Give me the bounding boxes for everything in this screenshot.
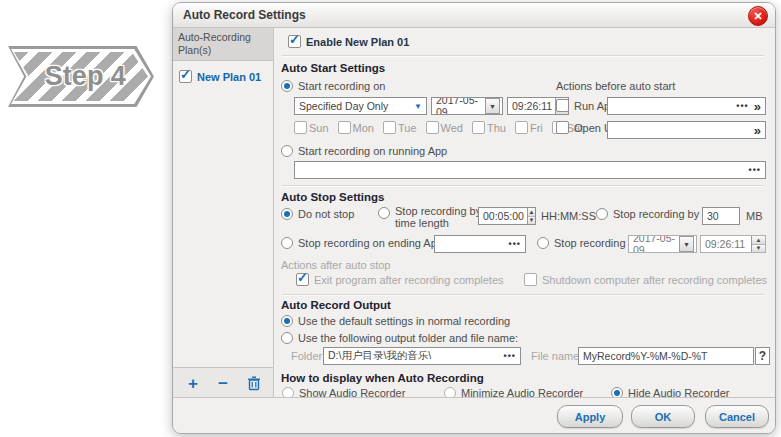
chevron-down-icon: ▼: [683, 241, 690, 248]
file-name-value: MyRecord%Y-%M-%D-%T: [583, 350, 749, 362]
mon-checkbox[interactable]: [338, 121, 351, 134]
fri-label: Fri: [530, 122, 543, 134]
close-icon: ✕: [753, 11, 762, 22]
folder-label: Folder:: [291, 350, 325, 362]
delete-plan-button[interactable]: [247, 376, 261, 391]
plan-checkbox[interactable]: ✓: [179, 70, 192, 83]
size-input[interactable]: 30: [702, 207, 740, 225]
fri-checkbox[interactable]: [515, 121, 528, 134]
sidebar-toolbar: + −: [173, 367, 273, 398]
time-length-spinner[interactable]: 00:05:00 ▲ ▼: [478, 207, 536, 225]
trash-icon: [247, 376, 261, 391]
spin-down-icon[interactable]: ▼: [752, 244, 765, 253]
time-format-label: HH:MM:SS: [541, 210, 596, 222]
stop-date-picker[interactable]: 2017-05-09 ▼: [628, 235, 697, 253]
ok-button[interactable]: OK: [631, 405, 695, 428]
check-icon: ✓: [180, 67, 191, 82]
dialog-footer: Apply OK Cancel: [173, 397, 775, 433]
start-recording-on-radio[interactable]: [281, 80, 293, 92]
custom-output-label: Use the following output folder and file…: [298, 332, 518, 344]
help-icon: ?: [759, 349, 766, 363]
thu-checkbox[interactable]: [472, 121, 485, 134]
stop-on-ending-app-label: Stop recording on ending App: [298, 237, 443, 249]
stop-on-ending-app-radio[interactable]: [281, 237, 293, 249]
exit-program-row: ✓ Exit program after recording completes: [296, 273, 504, 286]
folder-input[interactable]: D:\用户目录\我的音乐\ •••: [323, 347, 521, 365]
add-plan-button[interactable]: +: [188, 375, 198, 392]
run-app-checkbox[interactable]: [556, 99, 569, 112]
shutdown-row: Shutdown computer after recording comple…: [524, 273, 767, 286]
folder-label-row: Folder:: [291, 350, 325, 362]
spin-up-icon[interactable]: ▲: [528, 208, 535, 216]
check-icon: ✓: [289, 32, 300, 47]
time-spinner-buttons[interactable]: ▲ ▼: [751, 236, 765, 252]
mon-label: Mon: [353, 122, 374, 134]
remove-plan-button[interactable]: −: [218, 375, 228, 392]
tue-checkbox[interactable]: [383, 121, 396, 134]
shutdown-checkbox[interactable]: [524, 273, 537, 286]
default-output-label: Use the default settings in normal recor…: [298, 315, 510, 327]
ending-app-input[interactable]: •••: [434, 235, 526, 253]
display-mode-title: How to display when Auto Recording: [281, 372, 484, 384]
auto-record-settings-dialog: Auto Record Settings ✕ Auto-Recording Pl…: [172, 2, 776, 434]
tue-label: Tue: [398, 122, 417, 134]
run-app-input[interactable]: ••• »: [607, 97, 766, 115]
exit-program-label: Exit program after recording completes: [314, 274, 504, 286]
start-on-running-app-radio[interactable]: [281, 145, 293, 157]
wed-checkbox[interactable]: [426, 121, 439, 134]
start-recording-on-label: Start recording on: [298, 80, 385, 92]
open-url-checkbox[interactable]: [556, 121, 569, 134]
start-date-picker[interactable]: 2017-05-09 ▼: [431, 97, 503, 115]
size-value: 30: [707, 210, 735, 222]
apply-button[interactable]: Apply: [557, 405, 623, 428]
running-app-input[interactable]: •••: [294, 161, 766, 179]
time-format-row: HH:MM:SS: [541, 210, 596, 222]
exit-program-checkbox[interactable]: ✓: [296, 273, 309, 286]
spin-up-icon[interactable]: ▲: [752, 236, 765, 244]
wed-label: Wed: [441, 122, 463, 134]
enable-plan-checkbox[interactable]: ✓: [288, 35, 301, 48]
sun-label: Sun: [309, 122, 329, 134]
day-mode-select[interactable]: Specified Day Only ▼: [294, 97, 427, 115]
file-name-help-button[interactable]: ?: [755, 347, 770, 365]
thu-label: Thu: [487, 122, 506, 134]
chevrons-icon[interactable]: »: [754, 124, 761, 137]
auto-stop-settings-title: Auto Stop Settings: [281, 191, 385, 203]
start-recording-on-row: Start recording on: [281, 80, 385, 92]
start-date-value: 2017-05-09: [436, 97, 485, 115]
do-not-stop-radio[interactable]: [281, 208, 293, 220]
sun-checkbox[interactable]: [294, 121, 307, 134]
open-url-input[interactable]: »: [607, 121, 766, 139]
date-dropdown-button[interactable]: ▼: [679, 236, 694, 252]
browse-ellipsis-icon[interactable]: •••: [509, 239, 521, 249]
date-dropdown-button[interactable]: ▼: [485, 98, 500, 114]
shutdown-label: Shutdown computer after recording comple…: [542, 274, 767, 286]
sidebar: Auto-Recording Plan(s) ✓ New Plan 01 + −: [173, 28, 274, 398]
sidebar-header: Auto-Recording Plan(s): [173, 28, 273, 61]
actions-before-start-label: Actions before auto start: [556, 80, 675, 92]
stop-time-spinner[interactable]: 09:26:11 ▲ ▼: [700, 235, 766, 253]
stop-by-size-radio[interactable]: [596, 208, 608, 220]
separator: [282, 55, 764, 57]
browse-ellipsis-icon[interactable]: •••: [504, 351, 516, 361]
cancel-button[interactable]: Cancel: [705, 405, 769, 428]
auto-start-settings-title: Auto Start Settings: [281, 62, 385, 74]
browse-ellipsis-icon[interactable]: •••: [749, 165, 761, 175]
browse-ellipsis-icon[interactable]: •••: [736, 101, 748, 111]
file-name-input[interactable]: MyRecord%Y-%M-%D-%T: [578, 347, 754, 365]
plan-list-item[interactable]: ✓ New Plan 01: [173, 61, 273, 83]
auto-record-output-title: Auto Record Output: [281, 299, 391, 311]
spin-down-icon[interactable]: ▼: [528, 216, 535, 225]
stop-by-time-radio[interactable]: [378, 207, 390, 219]
time-spinner-buttons[interactable]: ▲ ▼: [527, 208, 535, 224]
close-button[interactable]: ✕: [748, 6, 768, 26]
chevrons-icon[interactable]: »: [754, 100, 761, 113]
time-length-value: 00:05:00: [483, 210, 524, 222]
custom-output-radio[interactable]: [281, 332, 293, 344]
check-icon: ✓: [297, 270, 308, 285]
chevron-down-icon: ▼: [414, 102, 422, 111]
default-output-radio[interactable]: [281, 315, 293, 327]
stop-recording-on-radio[interactable]: [537, 237, 549, 249]
separator: [282, 294, 764, 296]
titlebar: Auto Record Settings ✕: [173, 3, 775, 28]
